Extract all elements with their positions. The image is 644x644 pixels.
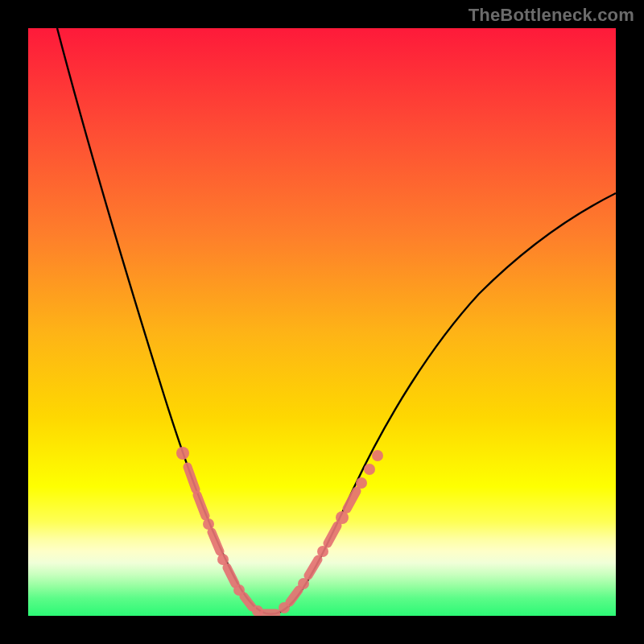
svg-line-17 xyxy=(328,526,337,543)
svg-line-2 xyxy=(188,467,196,489)
svg-line-19 xyxy=(347,491,357,509)
svg-point-22 xyxy=(372,450,383,461)
svg-line-7 xyxy=(227,568,235,584)
svg-line-13 xyxy=(290,590,299,602)
svg-point-21 xyxy=(364,464,375,475)
svg-line-5 xyxy=(212,532,220,551)
marker-cluster-right xyxy=(279,450,383,613)
svg-point-1 xyxy=(176,447,189,460)
svg-line-3 xyxy=(197,495,205,516)
svg-point-20 xyxy=(356,477,367,489)
bottleneck-curve xyxy=(28,28,616,616)
plot-area xyxy=(28,28,616,616)
svg-line-9 xyxy=(244,597,252,607)
watermark: TheBottleneck.com xyxy=(469,5,634,26)
chart-frame: TheBottleneck.com xyxy=(0,0,644,644)
marker-cluster-left xyxy=(176,447,276,616)
svg-line-15 xyxy=(308,559,318,576)
